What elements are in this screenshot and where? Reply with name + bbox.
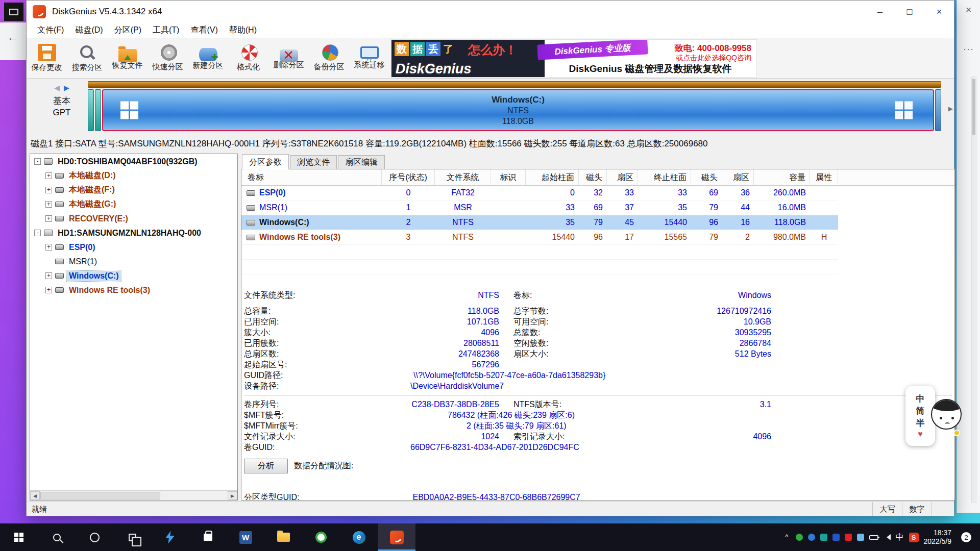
menu-help[interactable]: 帮助(H)	[224, 25, 262, 36]
ad-phone[interactable]: 致电: 400-008-9958	[675, 42, 751, 54]
tree-item-hd0[interactable]: HD0:TOSHIBAMQ04ABF100(932GB)	[30, 155, 237, 168]
tree-item-local-d[interactable]: 本地磁盘(D:)	[30, 169, 237, 183]
expand-icon[interactable]	[45, 244, 52, 251]
expand-icon[interactable]	[45, 287, 52, 293]
minimize-button[interactable]: –	[865, 1, 895, 23]
tree-item-local-f[interactable]: 本地磁盘(F:)	[30, 183, 237, 197]
expand-icon[interactable]	[45, 272, 52, 279]
background-close-icon[interactable]	[957, 4, 980, 16]
tab-browse-files[interactable]: 浏览文件	[290, 155, 337, 169]
scrollbar-thumb[interactable]	[972, 79, 975, 135]
tray-icon-teal[interactable]	[820, 534, 827, 541]
tree-horizontal-scrollbar[interactable]	[30, 490, 237, 500]
system-migrate-button[interactable]: 系统迁移	[349, 38, 389, 78]
ime-indicator[interactable]: 中	[896, 532, 904, 543]
back-arrow-icon[interactable]	[7, 31, 18, 44]
collapse-icon[interactable]	[34, 230, 41, 236]
msr-partition-bar[interactable]	[95, 89, 101, 131]
tree-item-local-g[interactable]: 本地磁盘(G:)	[30, 197, 237, 211]
start-button[interactable]	[0, 523, 38, 551]
notification-center[interactable]: 2	[957, 532, 976, 542]
tree-item-hd1[interactable]: HD1:SAMSUNGMZNLN128HAHQ-000	[30, 226, 237, 240]
recover-files-button[interactable]: 恢复文件	[107, 38, 148, 78]
taskbar-clock[interactable]: 18:37 2022/5/9	[924, 529, 952, 546]
ime-charset-indicator[interactable]: 简	[916, 405, 925, 417]
ime-lang-indicator[interactable]: 中	[916, 393, 925, 405]
taskbar-app-word[interactable]	[227, 523, 264, 551]
mascot-eye	[951, 417, 954, 419]
ime-mascot[interactable]	[931, 399, 965, 438]
window-controls: – □ ×	[865, 1, 954, 23]
volume-details: 文件系统类型:NTFS卷标:Windows 总容量:118.0GB总字节数:12…	[244, 290, 952, 473]
esp-partition-bar[interactable]	[88, 89, 94, 131]
background-more-icon[interactable]	[957, 44, 980, 55]
mascot-eye	[940, 417, 942, 419]
expand-icon[interactable]	[45, 187, 52, 193]
save-changes-button[interactable]: 保存更改	[27, 38, 67, 78]
ime-width-indicator[interactable]: 半	[916, 417, 925, 429]
menu-file[interactable]: 文件(F)	[32, 25, 69, 36]
taskbar-app-browser[interactable]	[302, 523, 340, 551]
taskbar-app-flash[interactable]	[151, 523, 189, 551]
scrollbar-thumb[interactable]	[40, 492, 160, 499]
collapse-icon[interactable]	[34, 158, 41, 165]
tray-icon-qq[interactable]	[832, 534, 840, 541]
taskbar-app-store[interactable]	[189, 523, 227, 551]
expand-icon[interactable]	[45, 172, 52, 179]
heart-icon[interactable]: ♥	[918, 430, 923, 439]
format-button[interactable]: 格式化	[228, 38, 268, 78]
maximize-button[interactable]: □	[895, 1, 924, 23]
expand-icon[interactable]	[45, 201, 52, 208]
ad-banner[interactable]: 数 据 丢 了 怎么办！ DiskGenius DiskGenius 专业版 致…	[391, 39, 757, 78]
tab-sector-edit[interactable]: 扇区编辑	[338, 155, 385, 169]
partition-icon	[55, 173, 64, 179]
tree-item-windows-c[interactable]: Windows(C:)	[30, 269, 237, 283]
tray-icon-red[interactable]	[845, 534, 852, 541]
tree-item-recovery-e[interactable]: RECOVERY(E:)	[30, 212, 237, 226]
close-button[interactable]: ×	[924, 1, 954, 23]
tray-expand-chevron[interactable]: ^	[783, 533, 791, 541]
menu-tools[interactable]: 工具(T)	[147, 25, 185, 36]
tree-item-esp[interactable]: ESP(0)	[30, 240, 237, 254]
ad-tile: 数	[395, 42, 409, 56]
tray-icon-snow[interactable]	[857, 534, 864, 541]
search-partition-button[interactable]: 搜索分区	[67, 38, 107, 78]
taskbar-app-edge[interactable]	[340, 523, 378, 551]
disk-strip[interactable]	[88, 81, 941, 88]
battery-icon[interactable]	[869, 535, 878, 540]
re-tools-partition-bar[interactable]	[935, 89, 941, 131]
menu-disk[interactable]: 磁盘(D)	[69, 25, 108, 36]
detail-tabs: 分区参数 浏览文件 扇区编辑	[241, 154, 955, 169]
prev-disk-arrow[interactable]	[54, 84, 64, 92]
menu-partition[interactable]: 分区(P)	[109, 25, 147, 36]
table-row-windows-c-selected[interactable]: Windows(C:) 2 NTFS 35 79 45 15440 96 16 …	[241, 215, 838, 230]
graph-scroll-arrow[interactable]	[948, 105, 953, 112]
scroll-left-arrow[interactable]	[30, 491, 40, 500]
sogou-icon[interactable]	[909, 533, 919, 542]
menu-view[interactable]: 查看(V)	[185, 25, 223, 36]
tree-item-msr[interactable]: MSR(1)	[30, 255, 237, 268]
new-partition-button[interactable]: 新建分区	[188, 38, 228, 78]
cortana-button[interactable]	[76, 523, 113, 551]
ad-qq-link[interactable]: 或点击此处选择QQ咨询	[676, 54, 751, 63]
table-row-esp[interactable]: ESP(0) 0 FAT32 0 32 33 33 69 36 260.0MB	[241, 186, 838, 201]
backup-partition-button[interactable]: 备份分区	[309, 38, 349, 78]
tray-icon-blue[interactable]	[808, 534, 815, 541]
speaker-icon[interactable]	[884, 534, 891, 540]
tree-item-re-tools[interactable]: Windows RE tools(3)	[30, 283, 237, 297]
delete-partition-button[interactable]: 删除分区	[268, 38, 309, 78]
expand-icon[interactable]	[45, 215, 52, 222]
next-disk-arrow[interactable]	[64, 84, 69, 92]
taskbar-search[interactable]	[38, 523, 76, 551]
table-row-msr[interactable]: MSR(1) 1 MSR 33 69 37 35 79 44 16.0MB	[241, 201, 838, 215]
analyze-button[interactable]: 分析	[244, 459, 288, 473]
quick-partition-button[interactable]: 快速分区	[148, 38, 188, 78]
tray-icon-green[interactable]	[796, 534, 803, 541]
table-row-re-tools[interactable]: Windows RE tools(3) 3 NTFS 15440 96 17 1…	[241, 230, 838, 245]
windows-partition-bar[interactable]: Windows(C:) NTFS 118.0GB	[102, 89, 934, 131]
tab-partition-params[interactable]: 分区参数	[242, 154, 289, 169]
task-view-button[interactable]	[113, 523, 151, 551]
taskbar-file-explorer[interactable]	[264, 523, 302, 551]
taskbar-app-diskgenius-active[interactable]	[378, 523, 415, 551]
scroll-right-arrow[interactable]	[228, 491, 237, 500]
